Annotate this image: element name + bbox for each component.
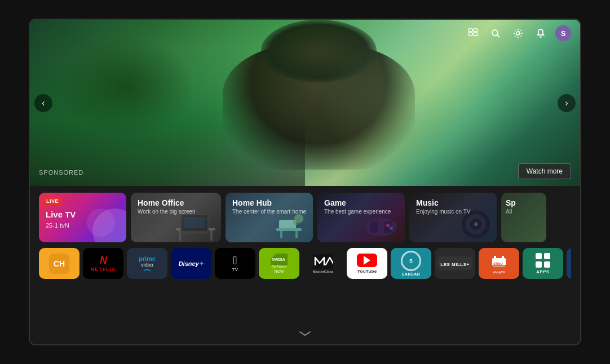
content-area: LIVE Live TV 25-1 tvN Home Office Work o… — [30, 186, 580, 344]
tile-home-hub-label: Home Hub — [232, 198, 272, 208]
live-badge: LIVE — [43, 197, 61, 205]
avatar[interactable]: S — [555, 25, 571, 41]
watch-more-button[interactable]: Watch more — [518, 163, 571, 179]
svg-rect-16 — [295, 231, 298, 238]
tile-live-tv-sublabel: 25-1 tvN — [46, 222, 69, 229]
disney-plus-symbol: + — [200, 259, 204, 268]
youtube-label: YouTube — [357, 269, 377, 274]
svg-rect-37 — [492, 265, 506, 267]
svg-rect-20 — [370, 221, 378, 233]
svg-rect-0 — [468, 29, 472, 32]
ch-icon: CH — [49, 254, 69, 274]
masterclass-label: MasterClass — [313, 270, 334, 273]
svg-rect-14 — [276, 228, 302, 231]
tile-home-office-label: Home Office — [138, 198, 184, 208]
apps-grid-icon — [536, 253, 550, 268]
hero-nav-left[interactable]: ‹ — [34, 94, 52, 112]
app-screen-share[interactable] — [567, 248, 571, 279]
svg-rect-2 — [468, 33, 472, 35]
svg-point-22 — [386, 224, 390, 227]
apple-icon:  — [233, 255, 237, 266]
svg-point-6 — [516, 32, 520, 35]
app-apple-tv[interactable]:  TV — [215, 248, 255, 279]
feature-tiles-row: LIVE Live TV 25-1 tvN Home Office Work o… — [39, 193, 571, 242]
apple-tv-label: TV — [232, 267, 238, 272]
svg-point-18 — [293, 220, 299, 225]
tile-game[interactable]: Game The best game experience — [317, 193, 405, 242]
tile-sports[interactable]: Sp All — [501, 193, 546, 242]
svg-rect-9 — [210, 230, 213, 241]
tile-live-tv[interactable]: LIVE Live TV 25-1 tvN — [39, 193, 126, 242]
tile-music-label: Music — [416, 198, 439, 208]
tile-home-hub[interactable]: Home Hub The center of the smart home — [226, 193, 313, 242]
tile-live-tv-label: Live TV — [46, 210, 76, 220]
app-prime-video[interactable]: prime video — [127, 248, 167, 279]
search-icon[interactable] — [488, 25, 503, 41]
nvidia-label: GeForceNOW — [271, 265, 286, 273]
svg-point-23 — [390, 227, 393, 230]
lesmills-label: LES MILLS+ — [440, 262, 469, 267]
svg-text:shop: shop — [493, 261, 503, 266]
bottom-chevron[interactable] — [298, 328, 312, 340]
apps-label: APPS — [536, 269, 550, 274]
netflix-label: NETFLIX — [91, 267, 116, 272]
svg-rect-31 — [313, 254, 333, 269]
netflix-logo: N — [100, 255, 107, 267]
svg-rect-35 — [502, 256, 504, 260]
tile-sports-sublabel: All — [506, 208, 512, 215]
app-ch[interactable]: CH — [39, 248, 79, 279]
tile-music[interactable]: Music Enjoying music on TV — [409, 193, 497, 242]
tv-screen: S ‹ › SPONSORED Watch more LIVE Live TV — [29, 19, 581, 345]
svg-text:NVIDIA: NVIDIA — [272, 258, 285, 261]
app-shop-tv[interactable]: shop shopTV — [479, 248, 519, 279]
top-bar: S — [456, 20, 580, 47]
settings-icon[interactable] — [510, 25, 526, 41]
svg-rect-12 — [184, 217, 205, 228]
youtube-icon — [357, 254, 377, 267]
svg-rect-3 — [474, 33, 478, 35]
disney-label: Disney — [179, 260, 199, 267]
app-nvidia-geforce[interactable]: NVIDIA GeForceNOW — [259, 248, 299, 279]
tile-game-label: Game — [324, 198, 346, 208]
grid-icon[interactable] — [465, 25, 481, 41]
app-sansar[interactable]: S SANSAR — [391, 248, 431, 279]
notification-icon[interactable] — [533, 25, 549, 41]
tile-music-sublabel: Enjoying music on TV — [416, 208, 471, 215]
app-netflix[interactable]: N NETFLIX — [83, 248, 123, 279]
sansar-icon: S — [401, 251, 421, 271]
tile-home-office-sublabel: Work on the big screen — [138, 208, 196, 215]
tile-sports-label: Sp — [506, 198, 516, 208]
app-apps[interactable]: APPS — [523, 248, 563, 279]
tile-home-hub-sublabel: The center of the smart home — [232, 208, 306, 215]
apps-strip: CH N NETFLIX prime video — [39, 248, 571, 279]
app-disney-plus[interactable]: Disney + — [171, 248, 211, 279]
svg-point-4 — [492, 30, 498, 35]
tile-game-sublabel: The best game experience — [324, 208, 391, 215]
svg-rect-15 — [280, 231, 282, 238]
hero-nav-right[interactable]: › — [558, 94, 576, 112]
svg-rect-1 — [474, 29, 478, 32]
sponsored-label: SPONSORED — [39, 169, 83, 176]
sansar-label: SANSAR — [402, 272, 421, 276]
tile-home-office[interactable]: Home Office Work on the big screen — [131, 193, 221, 242]
shop-label: shopTV — [493, 270, 505, 274]
svg-point-28 — [475, 223, 477, 225]
prime-label: prime — [139, 255, 156, 262]
svg-line-5 — [497, 35, 500, 37]
app-youtube[interactable]: YouTube — [347, 248, 387, 279]
prime-video-label: video — [141, 262, 153, 268]
app-les-mills[interactable]: LES MILLS+ — [435, 248, 475, 279]
svg-rect-34 — [494, 256, 496, 260]
app-masterclass[interactable]: MasterClass — [303, 248, 343, 279]
